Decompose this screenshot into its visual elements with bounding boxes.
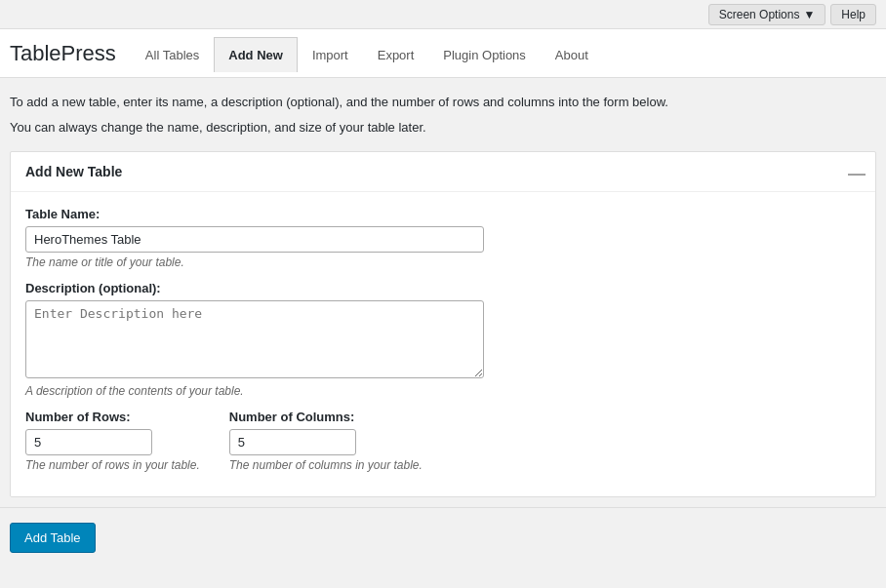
card-title: Add New Table xyxy=(25,164,122,179)
cols-label: Number of Columns: xyxy=(229,410,423,424)
nav-tabs: All Tables Add New Import Export Plugin … xyxy=(131,36,603,71)
rows-input[interactable] xyxy=(25,429,152,455)
rows-hint: The number of rows in your table. xyxy=(25,458,200,472)
action-bar: Add Table xyxy=(0,507,886,568)
add-new-table-card: Add New Table — Table Name: The name or … xyxy=(10,151,876,497)
card-header: Add New Table — xyxy=(11,152,875,192)
intro-line-2: You can always change the name, descript… xyxy=(10,118,876,137)
card-toggle-icon[interactable]: — xyxy=(848,164,866,184)
tab-plugin-options[interactable]: Plugin Options xyxy=(428,37,541,72)
tab-import[interactable]: Import xyxy=(298,37,363,72)
rows-label: Number of Rows: xyxy=(25,410,200,424)
intro-line-1: To add a new table, enter its name, a de… xyxy=(10,93,876,112)
table-name-label: Table Name: xyxy=(25,207,861,221)
table-name-group: Table Name: The name or title of your ta… xyxy=(25,207,861,269)
table-name-hint: The name or title of your table. xyxy=(25,255,861,269)
cols-group: Number of Columns: The number of columns… xyxy=(229,410,423,472)
tab-export[interactable]: Export xyxy=(363,37,429,72)
top-bar: Screen Options ▼ Help xyxy=(0,0,886,29)
description-hint: A description of the contents of your ta… xyxy=(25,384,861,398)
cols-input[interactable] xyxy=(229,429,356,455)
description-textarea[interactable] xyxy=(25,300,484,378)
rows-group: Number of Rows: The number of rows in yo… xyxy=(25,410,200,472)
cols-hint: The number of columns in your table. xyxy=(229,458,423,472)
main-content: To add a new table, enter its name, a de… xyxy=(0,78,886,507)
plugin-logo: TablePress xyxy=(10,41,116,66)
help-button[interactable]: Help xyxy=(830,4,876,25)
table-name-input[interactable] xyxy=(25,226,484,253)
tab-add-new[interactable]: Add New xyxy=(214,37,298,72)
help-label: Help xyxy=(841,8,866,21)
description-group: Description (optional): A description of… xyxy=(25,281,861,398)
tab-all-tables[interactable]: All Tables xyxy=(131,37,214,72)
screen-options-button[interactable]: Screen Options ▼ xyxy=(708,4,826,25)
tab-about[interactable]: About xyxy=(541,37,603,72)
screen-options-arrow-icon: ▼ xyxy=(803,8,815,21)
screen-options-label: Screen Options xyxy=(719,8,800,21)
rows-cols-row: Number of Rows: The number of rows in yo… xyxy=(25,410,861,472)
description-label: Description (optional): xyxy=(25,281,861,295)
card-body: Table Name: The name or title of your ta… xyxy=(11,192,875,496)
plugin-header: TablePress All Tables Add New Import Exp… xyxy=(0,29,886,78)
add-table-button[interactable]: Add Table xyxy=(10,523,96,553)
